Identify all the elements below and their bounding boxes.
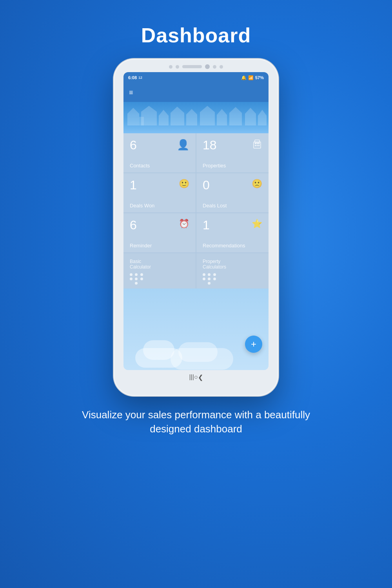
sensor-dot-2 [176, 65, 179, 69]
basic-calc-label: Basic Calculator [130, 259, 189, 270]
reminder-tile[interactable]: 6 ⏰ Reminder [123, 213, 196, 252]
deals-lost-tile[interactable]: 0 🙁 Deals Lost [196, 173, 269, 212]
svg-rect-9 [186, 114, 197, 125]
caption-text: Visualize your sales performance with a … [59, 408, 333, 436]
svg-rect-13 [217, 115, 227, 125]
svg-marker-6 [159, 110, 169, 116]
page-title: Dashboard [141, 24, 251, 47]
svg-marker-18 [245, 108, 256, 114]
deals-lost-label: Deals Lost [203, 203, 262, 209]
recommendations-tile[interactable]: 1 ⭐ Recommendations [196, 213, 269, 252]
svg-rect-23 [255, 143, 256, 144]
svg-rect-24 [257, 143, 258, 144]
sensor-dot-3 [213, 65, 216, 69]
property-calc-label: Property Calculators [203, 259, 262, 270]
deals-won-tile[interactable]: 1 🙂 Deals Won [123, 173, 196, 212]
svg-marker-3 [141, 106, 157, 112]
recommendations-count: 1 [203, 219, 210, 231]
svg-marker-12 [200, 106, 215, 112]
svg-rect-7 [171, 113, 184, 125]
property-calculators-tile[interactable]: Property Calculators [196, 253, 269, 289]
svg-rect-15 [229, 113, 242, 125]
svg-rect-17 [245, 114, 256, 125]
status-bar-right: 🔔 📶 57% [241, 75, 264, 80]
status-time: 6:08 [128, 75, 137, 80]
deals-won-label: Deals Won [130, 203, 189, 209]
houses-silhouette [123, 102, 269, 125]
svg-marker-1 [127, 108, 139, 114]
basic-calculator-tile[interactable]: Basic Calculator [123, 253, 196, 289]
contacts-count: 6 [130, 139, 137, 151]
hamburger-icon[interactable]: ≡ [129, 89, 133, 96]
android-back-btn[interactable]: ❮ [198, 374, 203, 381]
svg-rect-4 [139, 117, 144, 125]
svg-rect-11 [200, 112, 215, 125]
svg-rect-19 [258, 116, 267, 125]
android-recents-btn[interactable]: ||| [189, 374, 194, 381]
sensor-speaker [182, 65, 202, 68]
contacts-icon: 👤 [177, 139, 189, 151]
recommendations-label: Recommendations [203, 243, 262, 249]
sensor-dot-1 [169, 65, 172, 69]
deals-lost-count: 0 [203, 179, 210, 191]
status-alarm-icon: 🔔 [241, 75, 247, 80]
svg-marker-16 [229, 107, 242, 113]
contacts-label: Contacts [130, 163, 189, 169]
svg-marker-10 [186, 109, 197, 114]
svg-marker-20 [258, 110, 267, 116]
reminder-label: Reminder [130, 243, 189, 249]
status-bar: 6:08 12 🔔 📶 57% [123, 72, 269, 83]
header-bg [123, 102, 269, 133]
sensor-camera [205, 64, 210, 69]
status-battery: 57% [255, 75, 264, 80]
basic-calc-dots-icon [130, 273, 144, 285]
phone-mockup: 6:08 12 🔔 📶 57% ≡ [114, 59, 278, 396]
svg-marker-14 [217, 109, 227, 115]
svg-rect-26 [255, 145, 256, 146]
svg-rect-27 [257, 145, 258, 146]
deals-won-count: 1 [130, 179, 137, 191]
app-header: ≡ [123, 83, 269, 102]
sensor-dot-4 [220, 65, 223, 69]
properties-count: 18 [203, 139, 217, 151]
status-wifi-icon: 📶 [248, 75, 254, 80]
phone-sensors [114, 59, 278, 69]
fab-icon: + [251, 339, 256, 350]
svg-rect-28 [258, 145, 260, 146]
properties-icon [252, 139, 262, 152]
svg-rect-5 [159, 116, 169, 125]
properties-label: Properties [203, 163, 262, 169]
reminder-icon: ⏰ [179, 219, 189, 229]
dashboard-content: 6 👤 Contacts 18 [123, 133, 269, 370]
svg-marker-8 [171, 107, 184, 113]
deals-lost-icon: 🙁 [252, 179, 262, 189]
svg-rect-0 [127, 114, 139, 125]
status-bar-left: 6:08 12 [128, 75, 142, 80]
android-navbar: ||| ○ ❮ [165, 370, 226, 384]
properties-tile[interactable]: 18 [196, 133, 269, 172]
property-calc-dots-icon [203, 273, 217, 285]
status-signal: 12 [138, 76, 142, 80]
android-home-btn[interactable]: ○ [194, 374, 198, 381]
svg-rect-22 [255, 140, 260, 143]
stats-grid: 6 👤 Contacts 18 [123, 133, 269, 289]
reminder-count: 6 [130, 219, 137, 231]
recommendations-icon: ⭐ [252, 219, 262, 229]
contacts-tile[interactable]: 6 👤 Contacts [123, 133, 196, 172]
deals-won-icon: 🙂 [179, 179, 189, 189]
cloud-area: + [123, 289, 269, 370]
fab-button[interactable]: + [245, 336, 262, 353]
svg-rect-25 [258, 143, 260, 144]
phone-screen: 6:08 12 🔔 📶 57% ≡ [123, 72, 269, 370]
